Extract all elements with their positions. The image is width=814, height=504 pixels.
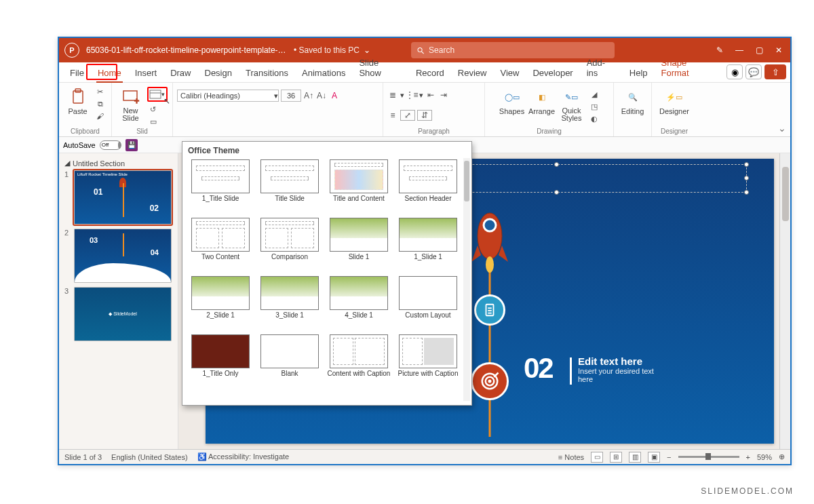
new-slide-button[interactable]: + New Slide bbox=[117, 85, 144, 122]
indent-icon[interactable]: ⇤ bbox=[425, 90, 436, 100]
quick-styles-button[interactable]: ✎▭Quick Styles bbox=[558, 85, 585, 122]
notes-button[interactable]: ≡ Notes bbox=[558, 453, 584, 461]
powerpoint-icon: P bbox=[64, 43, 79, 58]
tab-developer[interactable]: Developer bbox=[526, 64, 579, 82]
zoom-out[interactable]: − bbox=[667, 453, 671, 461]
svg-rect-6 bbox=[150, 90, 161, 98]
zoom-slider[interactable] bbox=[678, 456, 739, 458]
ribbon: Paste ✂ ⧉ 🖌 Clipboard + New Slide bbox=[59, 83, 790, 137]
shapes-button[interactable]: ◯▭Shapes bbox=[499, 85, 526, 115]
svg-line-1 bbox=[422, 52, 424, 54]
language-status[interactable]: English (United States) bbox=[111, 453, 188, 461]
layout-option-section-header[interactable]: Section Header bbox=[395, 157, 461, 212]
align-text-icon[interactable]: ⇵ bbox=[417, 110, 432, 121]
camera-button[interactable]: ◉ bbox=[726, 64, 743, 79]
layout-option-title-and-content[interactable]: Title and Content bbox=[326, 157, 391, 212]
zoom-level[interactable]: 59% bbox=[757, 453, 772, 461]
bullets-icon[interactable]: ≣ bbox=[387, 90, 398, 100]
accessibility-status[interactable]: ♿ Accessibility: Investigate bbox=[197, 452, 290, 461]
share-button[interactable]: ⇧ bbox=[764, 64, 786, 79]
clear-format-icon[interactable]: A bbox=[329, 90, 340, 101]
layout-option-1-title-slide[interactable]: 1_Title Slide bbox=[188, 157, 253, 212]
tab-insert[interactable]: Insert bbox=[128, 64, 164, 82]
tab-file[interactable]: File bbox=[63, 64, 91, 82]
layout-option-slide-1[interactable]: Slide 1 bbox=[326, 215, 391, 271]
layout-gallery-popup: Office Theme 1_Title SlideTitle SlideTit… bbox=[182, 141, 472, 406]
svg-point-10 bbox=[484, 219, 496, 231]
shape-fill-icon[interactable]: ◢ bbox=[588, 90, 600, 99]
layout-button[interactable]: ▾ ↖ bbox=[147, 87, 168, 102]
maximize-button[interactable]: ▢ bbox=[756, 45, 763, 55]
save-button[interactable]: 💾 bbox=[125, 139, 138, 151]
layout-option-2-slide-1[interactable]: 2_Slide 1 bbox=[188, 273, 253, 329]
tab-draw[interactable]: Draw bbox=[163, 64, 197, 82]
section-header[interactable]: ◢ Untitled Section bbox=[64, 156, 172, 170]
save-status: • Saved to this PC bbox=[294, 45, 360, 55]
tab-record[interactable]: Record bbox=[409, 64, 451, 82]
text-direction-icon[interactable]: ⤢ bbox=[400, 110, 415, 121]
comments-button[interactable]: 💬 bbox=[745, 64, 762, 79]
tab-shape-format[interactable]: Shape Format bbox=[655, 54, 722, 82]
increase-font-icon[interactable]: A↑ bbox=[303, 90, 314, 101]
font-combo[interactable]: Calibri (Headings)▾ bbox=[177, 90, 279, 102]
paste-button[interactable]: Paste bbox=[64, 85, 92, 115]
tab-help[interactable]: Help bbox=[623, 64, 655, 82]
tab-design[interactable]: Design bbox=[198, 64, 239, 82]
search-icon bbox=[416, 46, 425, 55]
layout-option-comparison[interactable]: Comparison bbox=[257, 215, 322, 271]
reset-icon[interactable]: ↺ bbox=[147, 104, 159, 114]
collapse-ribbon[interactable]: ⌄ bbox=[778, 123, 786, 134]
outdent-icon[interactable]: ⇥ bbox=[438, 90, 449, 100]
autosave-toggle[interactable]: Off bbox=[100, 140, 121, 150]
find-icon: 🔍 bbox=[624, 88, 642, 106]
vertical-scrollbar[interactable] bbox=[779, 153, 790, 449]
slide-counter[interactable]: Slide 1 of 3 bbox=[64, 453, 102, 461]
sorter-view-button[interactable]: ⊞ bbox=[610, 452, 622, 463]
layout-option-4-slide-1[interactable]: 4_Slide 1 bbox=[326, 273, 391, 329]
tab-addins[interactable]: Add-ins bbox=[580, 54, 623, 82]
popup-scrollbar[interactable] bbox=[463, 158, 470, 401]
thumbnail-3[interactable]: ◆ SlideModel bbox=[74, 287, 172, 341]
minimize-button[interactable]: — bbox=[735, 45, 743, 55]
layout-option-1-title-only[interactable]: 1_Title Only bbox=[188, 332, 253, 387]
layout-option-picture-with-caption[interactable]: Picture with Caption bbox=[395, 332, 461, 387]
layout-option-1-slide-1[interactable]: 1_Slide 1 bbox=[395, 215, 461, 271]
layout-option-content-with-caption[interactable]: Content with Caption bbox=[326, 332, 391, 387]
cut-icon[interactable]: ✂ bbox=[94, 87, 106, 96]
tab-view[interactable]: View bbox=[493, 64, 526, 82]
new-slide-icon: + bbox=[122, 88, 140, 106]
fit-button[interactable]: ⊕ bbox=[779, 452, 785, 461]
align-icon[interactable]: ≡ bbox=[387, 110, 398, 121]
layout-option-title-slide[interactable]: Title Slide bbox=[257, 157, 322, 212]
arrange-button[interactable]: ◧Arrange bbox=[528, 85, 556, 115]
layout-option-two-content[interactable]: Two Content bbox=[188, 215, 253, 271]
layout-option-custom-layout[interactable]: Custom Layout bbox=[395, 273, 461, 329]
timeline-line bbox=[489, 260, 491, 437]
normal-view-button[interactable]: ▭ bbox=[591, 452, 603, 463]
section-icon[interactable]: ▭ bbox=[147, 117, 159, 126]
designer-button[interactable]: ⚡▭Designer bbox=[661, 85, 688, 115]
close-button[interactable]: ✕ bbox=[775, 45, 782, 55]
shape-effects-icon[interactable]: ◐ bbox=[588, 114, 600, 123]
tab-animations[interactable]: Animations bbox=[295, 64, 352, 82]
timeline-node-clipboard bbox=[474, 294, 505, 326]
font-size-combo[interactable]: 36 bbox=[281, 90, 301, 102]
format-painter-icon[interactable]: 🖌 bbox=[94, 111, 106, 121]
layout-option-3-slide-1[interactable]: 3_Slide 1 bbox=[257, 273, 322, 329]
numbering-icon[interactable]: ⋮≡ bbox=[406, 90, 417, 100]
zoom-in[interactable]: + bbox=[746, 453, 750, 461]
layout-option-blank[interactable]: Blank bbox=[257, 332, 322, 387]
shape-outline-icon[interactable]: ◳ bbox=[588, 102, 600, 111]
thumbnail-2[interactable]: 0304 bbox=[74, 229, 172, 283]
reading-view-button[interactable]: ▥ bbox=[629, 452, 641, 463]
slideshow-view-button[interactable]: ▣ bbox=[648, 452, 660, 463]
copy-icon[interactable]: ⧉ bbox=[94, 99, 106, 109]
timeline-text-02[interactable]: Edit text here Insert your desired text … bbox=[578, 355, 659, 383]
tab-review[interactable]: Review bbox=[451, 64, 494, 82]
thumbnail-1[interactable]: Liftoff Rocket Timeline Slide 0102 bbox=[74, 170, 172, 225]
editing-button[interactable]: 🔍Editing bbox=[619, 85, 646, 115]
tab-slideshow[interactable]: Slide Show bbox=[352, 54, 409, 82]
decrease-font-icon[interactable]: A↓ bbox=[316, 90, 327, 101]
tab-home[interactable]: Home bbox=[91, 64, 128, 82]
tab-transitions[interactable]: Transitions bbox=[239, 64, 295, 82]
